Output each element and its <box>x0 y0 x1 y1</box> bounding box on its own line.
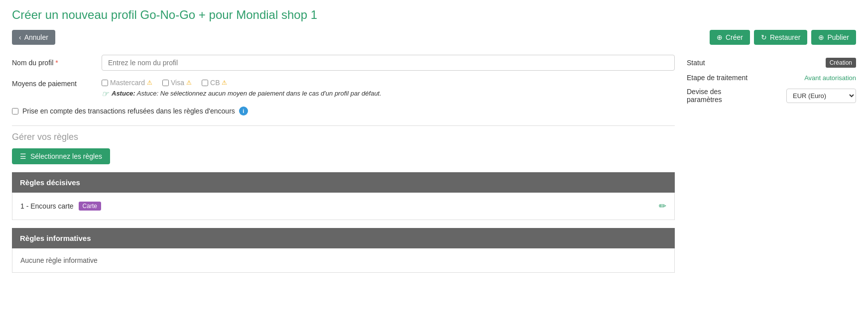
required-marker: * <box>55 59 58 67</box>
currency-label: Devise des paramètres <box>687 85 756 107</box>
status-row: Statut Création <box>687 55 856 71</box>
processing-row: Etape de traitement Avant autorisation <box>687 71 856 85</box>
cancel-button[interactable]: Annuler <box>12 30 55 45</box>
section-divider <box>12 125 675 126</box>
select-rules-button[interactable]: Sélectionnez les règles <box>12 148 110 164</box>
tip-text: Astuce: Astuce: Ne sélectionnez aucun mo… <box>112 90 381 97</box>
mastercard-warning-icon: ⚠ <box>147 79 152 86</box>
profile-name-label: Nom du profil * <box>12 59 102 67</box>
back-icon <box>19 33 21 41</box>
refused-transactions-checkbox[interactable] <box>12 108 18 114</box>
visa-option[interactable]: Visa ⚠ <box>162 79 192 87</box>
profile-name-input[interactable] <box>102 55 675 71</box>
list-icon <box>20 152 26 160</box>
top-toolbar: Annuler ⊕ Créer ↻ Restaurer ⊕ Publier <box>12 30 856 45</box>
table-row: 1 - Encours carte Carte ✏ <box>20 199 666 214</box>
cb-checkbox[interactable] <box>202 80 208 86</box>
create-icon: ⊕ <box>717 33 723 41</box>
form-main: Nom du profil * Moyens de paiement Maste… <box>12 55 675 281</box>
page-title: Créer un nouveau profil Go-No-Go + pour … <box>12 8 856 22</box>
payment-options: Mastercard ⚠ Visa ⚠ CB ⚠ <box>102 79 675 99</box>
sidebar-table: Statut Création Etape de traitement Avan… <box>687 55 856 107</box>
cb-option[interactable]: CB ⚠ <box>202 79 227 87</box>
informative-rules-section: Règles informatives Aucune règle informa… <box>12 228 675 273</box>
form-sidebar: Statut Création Etape de traitement Avan… <box>687 55 856 281</box>
payment-checkboxes: Mastercard ⚠ Visa ⚠ CB ⚠ <box>102 79 675 87</box>
tip-icon: ☞ <box>102 89 109 99</box>
status-badge: Création <box>826 58 856 68</box>
cb-warning-icon: ⚠ <box>222 79 227 86</box>
restore-button[interactable]: ↻ Restaurer <box>754 30 807 45</box>
refresh-icon: ↻ <box>761 33 767 41</box>
payment-methods-row: Moyens de paiement Mastercard ⚠ Visa ⚠ <box>12 79 675 99</box>
action-buttons: ⊕ Créer ↻ Restaurer ⊕ Publier <box>710 30 856 45</box>
status-label: Statut <box>687 55 756 71</box>
visa-warning-icon: ⚠ <box>186 79 192 86</box>
no-informative-rules-text: Aucune règle informative <box>20 254 666 266</box>
payment-label: Moyens de paiement <box>12 79 102 88</box>
rule-badge: Carte <box>79 202 101 211</box>
publish-icon: ⊕ <box>818 33 824 41</box>
decisive-rules-header: Règles décisives <box>12 172 675 193</box>
refused-transactions-label: Prise en compte des transactions refusée… <box>22 107 235 115</box>
mastercard-option[interactable]: Mastercard ⚠ <box>102 79 152 87</box>
publish-button[interactable]: ⊕ Publier <box>811 30 856 45</box>
processing-value: Avant autorisation <box>756 71 856 85</box>
rules-section-title: Gérer vos règles <box>12 132 675 142</box>
rule-number: 1 - Encours carte <box>20 202 74 210</box>
create-button[interactable]: ⊕ Créer <box>710 30 750 45</box>
refused-transactions-row: Prise en compte des transactions refusée… <box>12 107 675 115</box>
edit-rule-icon[interactable]: ✏ <box>659 201 666 212</box>
currency-select[interactable]: EUR (Euro) USD (Dollar) GBP (Livre) <box>786 89 856 103</box>
payment-tip: ☞ Astuce: Astuce: Ne sélectionnez aucun … <box>102 90 675 99</box>
currency-row: Devise des paramètres EUR (Euro) USD (Do… <box>687 85 856 107</box>
rule-left: 1 - Encours carte Carte <box>20 202 101 211</box>
informative-rules-content: Aucune règle informative <box>12 248 675 273</box>
processing-label: Etape de traitement <box>687 71 756 85</box>
decisive-rules-section: Règles décisives 1 - Encours carte Carte… <box>12 172 675 220</box>
decisive-rules-content: 1 - Encours carte Carte ✏ <box>12 193 675 220</box>
visa-label: Visa <box>171 79 184 87</box>
mastercard-checkbox[interactable] <box>102 80 108 86</box>
visa-checkbox[interactable] <box>162 80 169 86</box>
cb-label: CB <box>210 79 220 87</box>
profile-name-row: Nom du profil * <box>12 55 675 71</box>
informative-rules-header: Règles informatives <box>12 228 675 248</box>
mastercard-label: Mastercard <box>110 79 145 87</box>
form-section: Nom du profil * Moyens de paiement Maste… <box>12 55 856 281</box>
refused-transactions-info-icon[interactable]: i <box>239 107 248 115</box>
